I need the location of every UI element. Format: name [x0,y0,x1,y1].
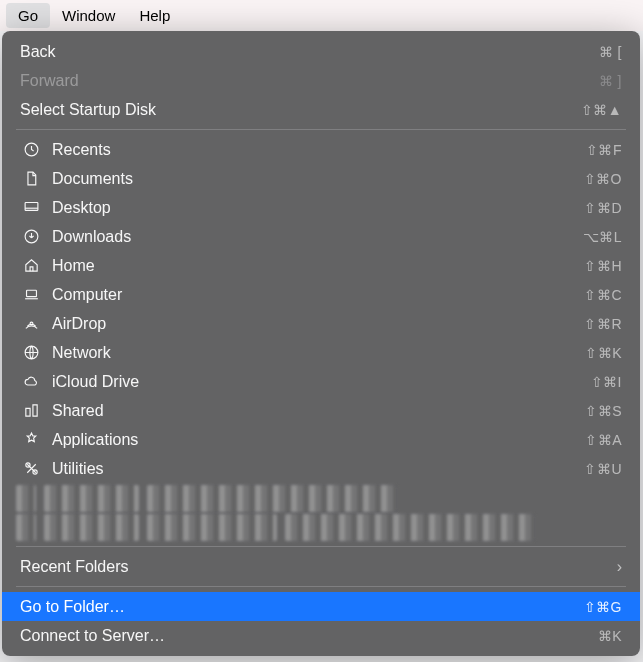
shortcut: ⇧⌘U [584,461,622,477]
menu-item-select-startup[interactable]: Select Startup Disk ⇧⌘▲ [2,95,640,124]
shortcut: ⇧⌘C [584,287,622,303]
menu-item-forward: Forward ⌘ ] [2,66,640,95]
menu-label: Downloads [52,228,583,246]
menu-label: Home [52,257,584,275]
menu-item-network[interactable]: Network ⇧⌘K [2,338,640,367]
menu-label: Shared [52,402,585,420]
chevron-right-icon: › [617,558,622,576]
shortcut: ⇧⌘G [584,599,622,615]
menu-item-icloud[interactable]: iCloud Drive ⇧⌘I [2,367,640,396]
shortcut: ⇧⌘O [584,171,622,187]
menu-separator [16,586,626,587]
airdrop-icon [20,315,42,332]
menu-label: Computer [52,286,584,304]
shortcut: ⇧⌘K [585,345,622,361]
svg-rect-1 [25,203,38,211]
menu-label: Desktop [52,199,584,217]
menu-label: Utilities [52,460,584,478]
shortcut: ⇧⌘I [591,374,622,390]
menu-label: Applications [52,431,585,449]
menu-item-recent-folders[interactable]: Recent Folders › [2,552,640,581]
globe-icon [20,344,42,361]
menu-label: Recents [52,141,586,159]
shortcut: ⇧⌘S [585,403,622,419]
redacted-recent-item [16,514,626,541]
shortcut: ⌘K [598,628,622,644]
menu-label: Select Startup Disk [20,101,581,119]
shortcut: ⇧⌘F [586,142,622,158]
menu-item-go-to-folder[interactable]: Go to Folder… ⇧⌘G [2,592,640,621]
shortcut: ⌘ ] [599,73,622,89]
apps-icon [20,431,42,448]
svg-rect-3 [26,290,36,296]
menu-item-shared[interactable]: Shared ⇧⌘S [2,396,640,425]
desktop-icon [20,199,42,216]
menu-item-home[interactable]: Home ⇧⌘H [2,251,640,280]
shortcut: ⇧⌘R [584,316,622,332]
menubar-item-window[interactable]: Window [50,3,127,28]
shared-icon [20,402,42,419]
menu-label: Network [52,344,585,362]
menu-label: Documents [52,170,584,188]
menu-label: Go to Folder… [20,598,584,616]
shortcut: ⌥⌘L [583,229,622,245]
shortcut: ⇧⌘A [585,432,622,448]
menu-label: iCloud Drive [52,373,591,391]
menu-item-airdrop[interactable]: AirDrop ⇧⌘R [2,309,640,338]
menubar-item-help[interactable]: Help [127,3,182,28]
menubar: Go Window Help [0,0,643,31]
menu-label: Recent Folders [20,558,617,576]
menubar-item-go[interactable]: Go [6,3,50,28]
menu-separator [16,129,626,130]
go-menu: Back ⌘ [ Forward ⌘ ] Select Startup Disk… [2,31,640,656]
redacted-recent-item [16,485,626,512]
menu-label: Forward [20,72,599,90]
menu-item-computer[interactable]: Computer ⇧⌘C [2,280,640,309]
menu-separator [16,546,626,547]
home-icon [20,257,42,274]
menu-label: Back [20,43,599,61]
menu-item-documents[interactable]: Documents ⇧⌘O [2,164,640,193]
menu-label: Connect to Server… [20,627,598,645]
menu-item-recents[interactable]: Recents ⇧⌘F [2,135,640,164]
utilities-icon [20,460,42,477]
menu-item-back[interactable]: Back ⌘ [ [2,37,640,66]
menu-item-downloads[interactable]: Downloads ⌥⌘L [2,222,640,251]
menu-item-utilities[interactable]: Utilities ⇧⌘U [2,454,640,483]
shortcut: ⇧⌘H [584,258,622,274]
cloud-icon [20,373,42,390]
shortcut: ⇧⌘▲ [581,102,622,118]
shortcut: ⌘ [ [599,44,622,60]
menu-item-applications[interactable]: Applications ⇧⌘A [2,425,640,454]
menu-item-connect-server[interactable]: Connect to Server… ⌘K [2,621,640,650]
laptop-icon [20,286,42,303]
menu-item-desktop[interactable]: Desktop ⇧⌘D [2,193,640,222]
download-icon [20,228,42,245]
clock-icon [20,141,42,158]
menu-label: AirDrop [52,315,584,333]
shortcut: ⇧⌘D [584,200,622,216]
doc-icon [20,170,42,187]
